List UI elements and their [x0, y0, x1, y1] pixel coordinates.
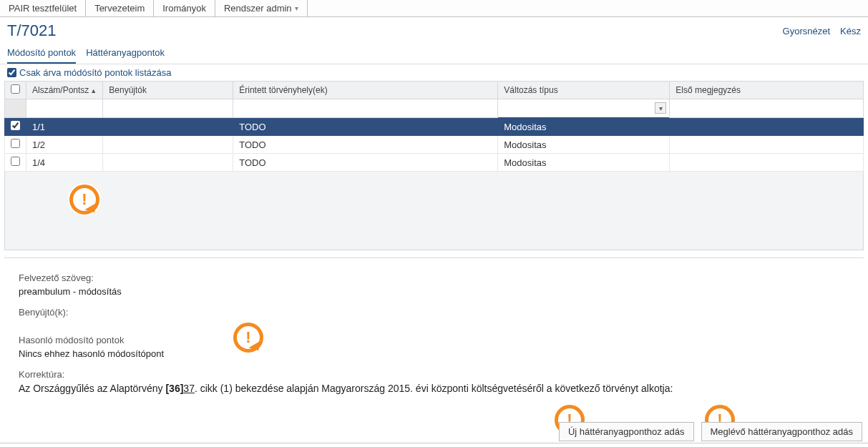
cell-elso — [670, 136, 864, 154]
filter-bar: Csak árva módósító pontok listázása — [0, 64, 868, 81]
col-erintett[interactable]: Érintett törvényhely(ek) — [233, 82, 498, 99]
korrektura-pre: Az Országgyűlés az Alaptörvény — [19, 383, 165, 394]
add-existing-hatter-button[interactable]: Meglévő háttéranyagponthoz adás — [701, 422, 862, 441]
filter-benyujtok-input[interactable] — [103, 100, 233, 117]
col-valtozas[interactable]: Változás típus — [498, 82, 670, 99]
col-alszam-label: Alszám/Pontsz — [32, 85, 89, 95]
felvezeto-label: Felvezető szöveg: — [19, 272, 849, 283]
tab-hatteranyagpontok[interactable]: Háttéranyagpontok — [86, 44, 165, 64]
row-checkbox[interactable] — [11, 121, 20, 130]
grid-header-row: Alszám/Pontsz▲ Benyújtók Érintett törvén… — [5, 82, 864, 99]
felvezeto-value: preambulum - módosítás — [19, 286, 849, 297]
nav-admin[interactable]: Rendszer admin ▾ — [215, 0, 308, 16]
hasonlo-label: Hasonló módosító pontok — [19, 335, 849, 345]
chevron-down-icon: ▾ — [295, 4, 298, 12]
table-row[interactable]: 1/4 TODO Modositas — [5, 154, 864, 172]
nav-home[interactable]: PAIR tesztfelület — [0, 0, 86, 16]
tab-modosito-pontok[interactable]: Módosító pontok — [7, 44, 76, 64]
col-alszam[interactable]: Alszám/Pontsz▲ — [26, 82, 103, 99]
top-nav: PAIR tesztfelület Tervezeteim Irományok … — [0, 0, 868, 17]
table-row[interactable]: 1/2 TODO Modositas — [5, 136, 864, 154]
cell-valtozas: Modositas — [498, 154, 670, 172]
cell-valtozas: Modositas — [498, 118, 670, 136]
filter-select-cell — [5, 99, 26, 118]
page-title: T/7021 — [7, 21, 57, 40]
nav-iromanyok[interactable]: Irományok — [154, 0, 215, 16]
cell-erintett: TODO — [233, 118, 498, 136]
cell-elso — [670, 118, 864, 136]
bottom-bar: Új háttéranyagponthoz adás Meglévő hátté… — [559, 422, 862, 441]
korrektura-ins: 37 — [183, 383, 195, 394]
orphan-label: Csak árva módósító pontok listázása — [19, 67, 171, 78]
filter-elso-input[interactable] — [670, 100, 863, 117]
benyujto-label: Benyújtó(k): — [19, 307, 849, 318]
row-checkbox[interactable] — [11, 139, 20, 148]
korrektura-label: Korrektúra: — [19, 369, 849, 380]
col-benyujtok[interactable]: Benyújtók — [103, 82, 233, 99]
orphan-checkbox[interactable] — [7, 68, 16, 77]
cell-benyujtok — [103, 154, 233, 172]
cell-benyujtok — [103, 136, 233, 154]
hasonlo-value: Nincs ehhez hasonló módosítópont — [19, 348, 849, 359]
col-select[interactable] — [5, 82, 26, 99]
done-link[interactable]: Kész — [840, 26, 861, 36]
cell-erintett: TODO — [233, 136, 498, 154]
title-row: T/7021 Gyorsnézet Kész — [0, 17, 868, 40]
detail-panel: Felvezető szöveg: preambulum - módosítás… — [4, 257, 864, 443]
cell-benyujtok — [103, 118, 233, 136]
callout-icon: ! — [69, 185, 99, 215]
grid: Alszám/Pontsz▲ Benyújtók Érintett törvén… — [4, 81, 864, 172]
cell-elso — [670, 154, 864, 172]
cell-valtozas: Modositas — [498, 136, 670, 154]
callout-icon: ! — [233, 323, 263, 353]
col-elso[interactable]: Első megjegyzés — [670, 82, 864, 99]
filter-valtozas-select[interactable] — [498, 100, 669, 117]
row-checkbox[interactable] — [11, 157, 20, 166]
grid-empty-area: ! — [4, 172, 864, 250]
nav-admin-label: Rendszer admin — [224, 3, 292, 14]
korrektura-post: . cikk (1) bekezdése alapján Magyarorszá… — [195, 383, 673, 394]
chevron-down-icon[interactable]: ▾ — [655, 102, 666, 114]
footer-separator — [0, 443, 868, 443]
filter-alszam-input[interactable] — [26, 100, 102, 117]
table-row[interactable]: 1/1 TODO Modositas — [5, 118, 864, 136]
title-links: Gyorsnézet Kész — [783, 26, 861, 36]
add-new-hatter-button[interactable]: Új háttéranyagponthoz adás — [559, 422, 694, 441]
filter-erintett-input[interactable] — [233, 100, 497, 117]
sort-asc-icon: ▲ — [90, 87, 97, 94]
nav-tervezeteim[interactable]: Tervezeteim — [86, 0, 154, 16]
cell-erintett: TODO — [233, 154, 498, 172]
select-all-checkbox[interactable] — [11, 84, 20, 94]
korrektura-del: [36] — [165, 383, 183, 394]
cell-alszam: 1/4 — [26, 154, 103, 172]
korrektura-text: Az Országgyűlés az Alaptörvény [36]37. c… — [19, 383, 849, 394]
grid-filter-row: ▾ — [5, 99, 864, 118]
cell-alszam: 1/1 — [26, 118, 103, 136]
tabs: Módosító pontok Háttéranyagpontok — [0, 40, 868, 64]
quickview-link[interactable]: Gyorsnézet — [783, 26, 830, 36]
cell-alszam: 1/2 — [26, 136, 103, 154]
